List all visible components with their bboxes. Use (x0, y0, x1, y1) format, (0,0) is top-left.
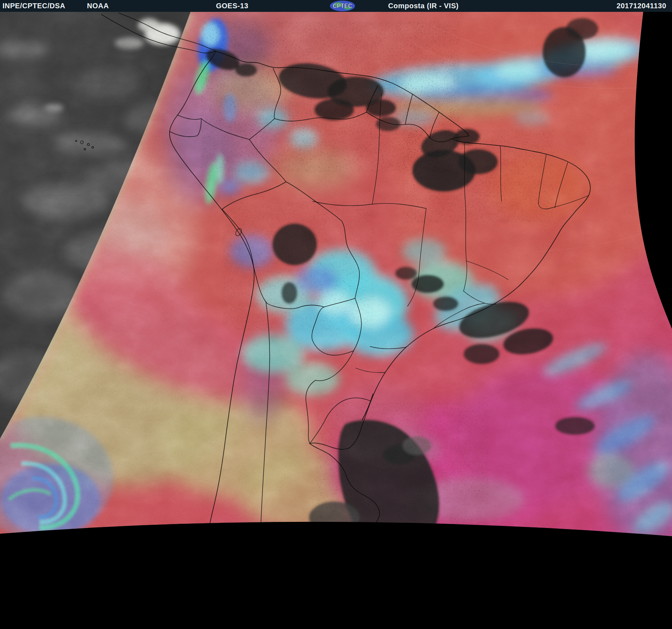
timestamp-label: 201712041130 (617, 2, 666, 10)
satellite-composite-image (0, 0, 672, 629)
satellite-label: GOES-13 (216, 2, 248, 10)
cptec-logo-text: CPTEC (333, 3, 353, 9)
agency-label: NOAA (87, 2, 109, 10)
satellite-image-viewer: INPE/CPTEC/DSA NOAA GOES-13 Composta (IR… (0, 0, 672, 629)
cptec-logo: CPTEC (330, 0, 355, 12)
source-label: INPE/CPTEC/DSA (3, 2, 65, 10)
product-label: Composta (IR - VIS) (388, 2, 459, 10)
header-bar: INPE/CPTEC/DSA NOAA GOES-13 Composta (IR… (0, 0, 672, 12)
